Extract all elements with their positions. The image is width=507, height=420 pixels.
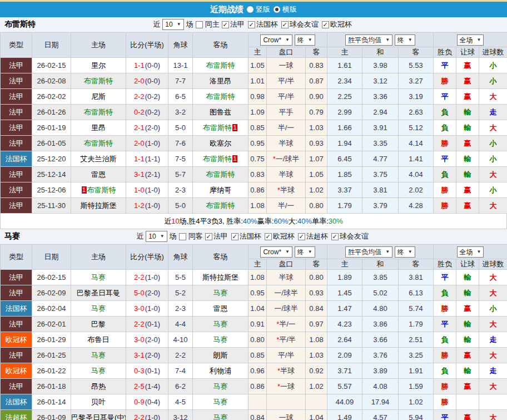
avg-stage-select[interactable]: 终▼ xyxy=(395,246,415,258)
col-avg-home: 主 xyxy=(327,47,362,58)
handicap: 半球 xyxy=(267,270,306,285)
handicap: 一/球半 xyxy=(267,285,306,301)
near-label: 近 xyxy=(136,231,143,241)
odds-home: 0.83 xyxy=(248,167,267,182)
corner-count: 5-2 xyxy=(168,285,193,301)
table-row: 法国杯 26-02-04 1马赛 3-0(1-0) 2-3 雷恩1 1.04 一… xyxy=(1,301,507,317)
odds-away: 0.84 xyxy=(306,301,327,317)
result-wdl: 負 xyxy=(434,120,456,136)
handicap: *半球 xyxy=(267,363,306,379)
layout-option-vertical[interactable]: 竖版 xyxy=(247,4,270,14)
result-wdl: 勝 xyxy=(434,394,456,410)
match-type-badge: 法甲 xyxy=(1,285,32,301)
match-type-badge: 法超杯 xyxy=(1,410,32,420)
table-row: 欧冠杯 26-01-22 1马赛 0-3(0-1) 7-4 利物浦1 0.96 … xyxy=(1,363,507,379)
league-checkbox[interactable]: ✓ xyxy=(265,233,272,240)
away-team: 布雷斯特1 xyxy=(193,151,248,167)
table-row: 欧冠杯 26-01-29 1布鲁日 3-0(2-0) 4-10 马赛1 0.80… xyxy=(1,332,507,348)
avg-type-select[interactable]: 胜平负均值▼ xyxy=(345,246,392,258)
league-checkbox[interactable]: ✓ xyxy=(248,21,255,28)
corner-count: 6-5 xyxy=(168,89,193,105)
result-handicap: 赢 xyxy=(456,89,479,105)
corner-count: 2-2 xyxy=(168,348,193,363)
league-checkbox[interactable]: ✓ xyxy=(205,233,212,240)
same-venue-checkbox[interactable] xyxy=(196,21,203,28)
team-section: 布雷斯特 近 10▼ 场 同主 ✓法甲✓法国杯✓球会友谊✓欧冠杯 类型 日期 xyxy=(0,17,507,229)
col-corner: 角球 xyxy=(168,33,193,58)
match-count-select[interactable]: 10▼ xyxy=(146,231,167,242)
away-team: 洛里昂1 xyxy=(193,73,248,89)
avg-draw: 3.12 xyxy=(362,73,399,89)
col-handicap: 盘口 xyxy=(267,259,306,270)
avg-type-select[interactable]: 胜平负均值▼ xyxy=(345,34,392,46)
table-row: 法甲 25-12-14 1雷恩 3-1(2-1) 5-7 布雷斯特1 0.83 … xyxy=(1,167,507,182)
filter-controls: 近 10▼ 场 同客 ✓法甲✓法国杯✓欧冠杯✓法超杯✓球会友谊 xyxy=(136,231,370,242)
bookmaker-select[interactable]: Crow*▼ xyxy=(260,246,292,258)
avg-draw: 3.76 xyxy=(362,348,399,363)
odds-stage-select[interactable]: 终▼ xyxy=(295,246,315,258)
avg-home: 1.79 xyxy=(327,198,362,214)
red-card-badge: 1 xyxy=(232,155,237,162)
period-select[interactable]: 全场▼ xyxy=(457,246,484,258)
odds-home: 0.86 xyxy=(248,182,267,198)
title-bar: 近期战绩 竖版 横版 xyxy=(0,0,507,17)
chevron-down-icon: ▼ xyxy=(285,35,290,45)
section-filter-bar: 布雷斯特 近 10▼ 场 同主 ✓法甲✓法国杯✓球会友谊✓欧冠杯 xyxy=(0,17,507,32)
corner-count: 5-0 xyxy=(168,198,193,214)
avg-away: 2.02 xyxy=(399,182,434,198)
avg-draw: 17.94 xyxy=(362,394,399,410)
home-team: 1巴黎圣日耳曼 xyxy=(71,285,126,301)
col-avg-away: 客 xyxy=(399,259,434,270)
radio-icon-horizontal-selected[interactable] xyxy=(274,6,280,13)
chevron-down-icon: ▼ xyxy=(308,247,312,257)
col-avg-draw: 和 xyxy=(362,47,399,58)
match-score: 2-2(1-0) xyxy=(126,410,168,420)
league-checkbox[interactable]: ✓ xyxy=(331,233,339,240)
table-row: 法甲 26-02-15 1里尔 1-1(0-0) 13-1 布雷斯特1 1.05… xyxy=(1,58,507,73)
league-checkbox[interactable]: ✓ xyxy=(281,21,289,28)
radio-icon-vertical[interactable] xyxy=(247,6,254,13)
avg-draw: 4.08 xyxy=(362,379,399,394)
avg-header: 胜平负均值▼ 终▼ xyxy=(327,245,434,259)
team-name: 布雷斯特 xyxy=(4,19,36,29)
league-checkbox[interactable]: ✓ xyxy=(298,233,305,240)
match-date: 26-01-19 xyxy=(32,120,71,136)
unit-label: 场 xyxy=(170,231,177,241)
bookmaker-select[interactable]: Crow*▼ xyxy=(260,34,292,46)
match-count-select[interactable]: 10▼ xyxy=(162,19,183,30)
same-venue-checkbox[interactable] xyxy=(179,233,186,240)
summary-text: 10 xyxy=(171,217,179,225)
odds-away: 0.92 xyxy=(306,363,327,379)
odds-away: 0.79 xyxy=(306,105,327,120)
match-score: 2-2(1-0) xyxy=(126,270,168,285)
col-date: 日期 xyxy=(32,33,71,58)
odds-away: 1.08 xyxy=(306,332,327,348)
result-goals: 小 xyxy=(479,136,507,151)
league-checkbox[interactable]: ✓ xyxy=(231,233,238,240)
avg-stage-select[interactable]: 终▼ xyxy=(395,34,415,46)
home-team: 1布鲁日 xyxy=(71,332,126,348)
result-goals: 小 xyxy=(479,73,507,89)
match-date: 26-01-18 xyxy=(32,379,71,394)
avg-draw: 3.85 xyxy=(362,270,399,285)
league-checkbox[interactable]: ✓ xyxy=(222,21,229,28)
match-type-badge: 法甲 xyxy=(1,182,32,198)
matches-table: 类型 日期 主场 比分(半场) 角球 客场 Crow*▼ 终▼ 胜平负均值▼ 终… xyxy=(0,244,507,420)
period-select[interactable]: 全场▼ xyxy=(457,34,484,46)
result-goals: 大 xyxy=(479,167,507,182)
match-score: 3-1(2-1) xyxy=(126,167,168,182)
match-date: 26-01-09 xyxy=(32,410,71,420)
match-type-badge: 法甲 xyxy=(1,73,32,89)
league-checkbox[interactable]: ✓ xyxy=(322,21,329,28)
result-handicap: 輸 xyxy=(456,151,479,167)
league-label: 法超杯 xyxy=(306,231,328,241)
chevron-down-icon: ▼ xyxy=(385,35,390,45)
layout-option-horizontal[interactable]: 横版 xyxy=(274,4,297,14)
odds-stage-select[interactable]: 终▼ xyxy=(295,34,315,46)
odds-away: 1.02 xyxy=(306,379,327,394)
away-team: 布雷斯特1 xyxy=(193,198,248,214)
match-date: 26-02-04 xyxy=(32,301,71,317)
away-team: 布雷斯特1 xyxy=(193,167,248,182)
odds-header: Crow*▼ 终▼ xyxy=(248,245,327,259)
odds-away: 1.02 xyxy=(306,182,327,198)
